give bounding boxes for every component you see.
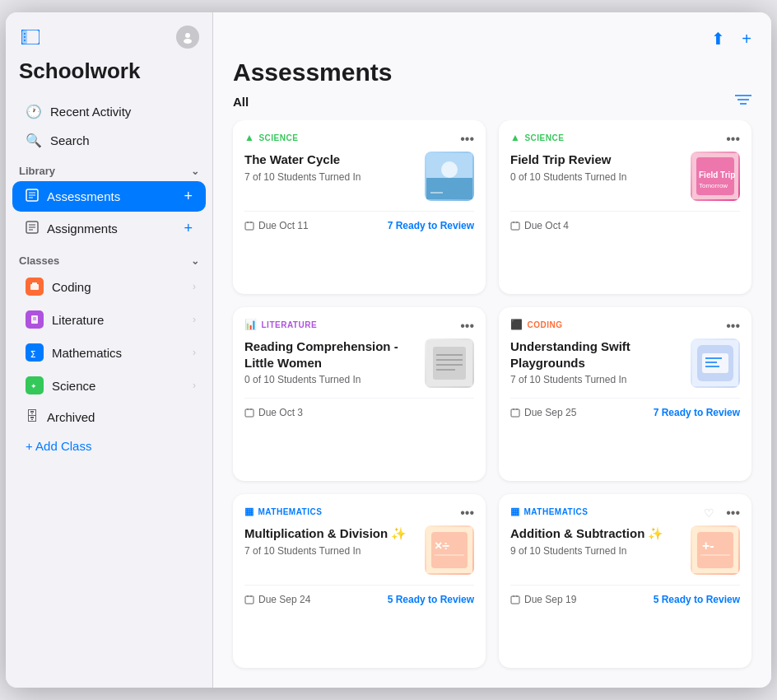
card-thumbnail: ═══	[425, 152, 474, 201]
app-title: Schoolwork	[6, 55, 212, 97]
page-title: Assessments	[213, 52, 771, 90]
card-title: Reading Comprehension - Little Women	[244, 338, 416, 371]
svg-text:✦: ✦	[30, 382, 37, 390]
card-more-button[interactable]: •••	[460, 132, 474, 147]
card-due-date: Due Sep 19	[510, 594, 576, 605]
card-title: Understanding Swift Playgrounds	[510, 338, 682, 371]
cards-grid: ▲ SCIENCE ••• The Water Cycle 7 of 10 St…	[213, 120, 771, 688]
card-body: Reading Comprehension - Little Women 0 o…	[244, 338, 474, 388]
card-thumbnail	[425, 338, 474, 388]
science-badge-icon: ▲	[510, 132, 520, 143]
svg-point-5	[185, 33, 190, 38]
card-more-button[interactable]: •••	[460, 506, 474, 520]
card-text: Understanding Swift Playgrounds 7 of 10 …	[510, 338, 682, 385]
app-window: Schoolwork 🕐 Recent Activity 🔍 Search Li…	[6, 12, 771, 688]
subject-badge: ▲ SCIENCE	[244, 132, 298, 143]
svg-text:×÷: ×÷	[435, 539, 449, 553]
sidebar-item-recent-activity[interactable]: 🕐 Recent Activity	[12, 97, 206, 126]
classes-chevron[interactable]: ⌄	[191, 255, 199, 267]
card-students: 7 of 10 Students Turned In	[244, 171, 416, 183]
due-label: Due Oct 3	[258, 407, 303, 418]
sidebar-item-mathematics[interactable]: ∑ Mathematics ›	[12, 337, 206, 368]
card-title: Field Trip Review	[510, 152, 682, 168]
filter-tab-all[interactable]: All	[233, 95, 249, 109]
sidebar: Schoolwork 🕐 Recent Activity 🔍 Search Li…	[6, 12, 213, 688]
card-body: Understanding Swift Playgrounds 7 of 10 …	[510, 338, 740, 388]
main-content: ⬆ + Assessments All ▲ SCIENCE	[213, 12, 771, 688]
assessments-icon	[26, 189, 39, 205]
assignments-icon	[26, 221, 39, 237]
svg-rect-15	[30, 284, 39, 290]
sidebar-item-science[interactable]: ✦ Science ›	[12, 370, 206, 401]
sidebar-item-assignments[interactable]: Assignments +	[12, 213, 206, 244]
card-header: ▲ SCIENCE •••	[510, 132, 740, 147]
due-label: Due Sep 25	[524, 407, 576, 418]
coding-badge-icon: ⬛	[510, 319, 523, 330]
card-reading-comprehension: 📊 LITERATURE ••• Reading Comprehension -…	[233, 307, 486, 481]
add-assignment-button[interactable]: +	[180, 220, 196, 237]
sidebar-toggle-icon[interactable]	[19, 26, 42, 49]
card-more-button[interactable]: •••	[726, 319, 740, 334]
card-due-date: Due Sep 25	[510, 407, 576, 418]
card-text: Addition & Subtraction ✨ 9 of 10 Student…	[510, 525, 682, 557]
search-label: Search	[50, 133, 90, 147]
svg-rect-29	[245, 222, 254, 230]
classes-label: Classes	[19, 254, 59, 267]
ready-to-review: 5 Ready to Review	[388, 594, 474, 605]
svg-rect-54	[511, 409, 519, 417]
ready-to-review: 7 Ready to Review	[654, 407, 740, 418]
sidebar-item-search[interactable]: 🔍 Search	[12, 126, 206, 155]
card-more-button[interactable]: •••	[460, 319, 474, 334]
coding-label: Coding	[52, 280, 184, 294]
card-students: 7 of 10 Students Turned In	[244, 545, 416, 557]
due-label: Due Sep 19	[524, 594, 576, 605]
export-button[interactable]: ⬆	[708, 26, 728, 52]
card-more-button[interactable]: •••	[726, 506, 740, 520]
science-badge-icon: ▲	[244, 132, 254, 143]
svg-rect-68	[511, 596, 519, 604]
card-due-date: Due Oct 11	[244, 220, 309, 231]
subject-badge: ⬛ CODING	[510, 319, 563, 330]
card-due-date: Due Sep 24	[244, 594, 310, 605]
card-more-button[interactable]: •••	[726, 132, 740, 147]
sidebar-item-literature[interactable]: Literature ›	[12, 304, 206, 335]
card-header: ▦ MATHEMATICS •••	[244, 506, 474, 520]
add-class-button[interactable]: + Add Class	[12, 432, 206, 460]
library-chevron[interactable]: ⌄	[191, 166, 199, 177]
add-assessment-button[interactable]: +	[180, 188, 196, 205]
svg-text:∑: ∑	[30, 349, 35, 357]
ready-to-review: 7 Ready to Review	[388, 220, 474, 231]
sidebar-item-coding[interactable]: Coding ›	[12, 271, 206, 302]
literature-chevron-icon: ›	[193, 314, 196, 325]
card-thumbnail: +-	[691, 525, 740, 575]
card-addition: ▦ MATHEMATICS ♡ ••• Addition & Subtracti…	[499, 494, 751, 668]
card-multiplication: ▦ MATHEMATICS ••• Multiplication & Divis…	[233, 494, 486, 668]
subject-label: SCIENCE	[524, 133, 564, 142]
card-field-trip: ▲ SCIENCE ••• Field Trip Review 0 of 10 …	[499, 120, 751, 294]
card-swift-playgrounds: ⬛ CODING ••• Understanding Swift Playgro…	[499, 307, 751, 481]
card-footer: Due Sep 25 7 Ready to Review	[510, 398, 740, 428]
svg-point-6	[184, 39, 192, 44]
archived-icon: 🗄	[26, 409, 39, 424]
due-label: Due Sep 24	[258, 594, 310, 605]
card-students: 7 of 10 Students Turned In	[510, 374, 682, 385]
card-text: The Water Cycle 7 of 10 Students Turned …	[244, 152, 416, 183]
card-body: Multiplication & Division ✨ 7 of 10 Stud…	[244, 525, 474, 575]
coding-chevron-icon: ›	[193, 281, 196, 292]
filter-button[interactable]	[735, 93, 751, 110]
sidebar-item-assessments[interactable]: Assessments +	[12, 181, 206, 212]
avatar-button[interactable]	[176, 26, 199, 49]
svg-text:═══: ═══	[430, 189, 443, 195]
subject-label: MATHEMATICS	[524, 507, 589, 516]
add-button[interactable]: +	[738, 26, 755, 52]
library-section-header: Library ⌄	[6, 155, 212, 180]
subject-label: CODING	[528, 320, 563, 329]
ready-to-review: 5 Ready to Review	[654, 594, 740, 605]
add-class-label: + Add Class	[26, 439, 91, 453]
math-badge-icon: ▦	[510, 506, 520, 517]
sidebar-item-archived[interactable]: 🗄 Archived	[12, 403, 206, 431]
card-text: Multiplication & Division ✨ 7 of 10 Stud…	[244, 525, 416, 557]
mathematics-chevron-icon: ›	[193, 347, 196, 358]
card-footer: Due Oct 3	[244, 398, 474, 428]
subject-label: SCIENCE	[258, 133, 298, 142]
